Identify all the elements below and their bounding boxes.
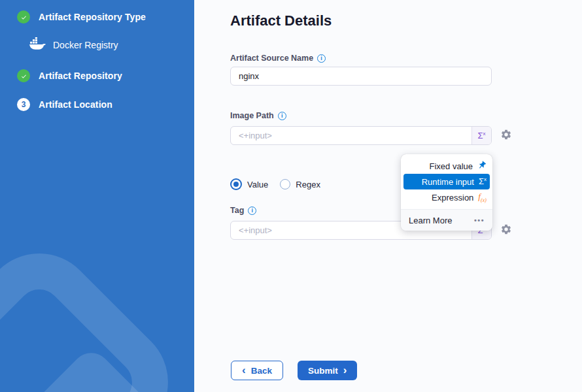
label-text: Image Path (230, 111, 274, 120)
radio-unselected-icon (280, 179, 290, 189)
menu-item-expression[interactable]: Expression f(x) (401, 189, 492, 205)
artifact-wizard-screen: Artifact Repository Type Docker Registry (0, 0, 582, 392)
substep-label: Docker Registry (53, 40, 118, 50)
image-path-input-group: Σx (230, 126, 492, 145)
sigma-icon: Σx (477, 131, 485, 140)
back-button[interactable]: ‹ Back (231, 361, 283, 380)
radio-selected-icon (231, 180, 241, 189)
page-title: Artifact Details (230, 12, 332, 29)
info-icon[interactable]: i (248, 206, 256, 215)
image-path-label: Image Path i (230, 111, 286, 120)
radio-option-regex[interactable]: Regex (280, 179, 320, 189)
radio-label: Value (247, 180, 268, 189)
radio-option-value[interactable]: Value (230, 178, 268, 190)
sidebar-step-artifact-repository[interactable]: Artifact Repository (17, 69, 122, 82)
tag-settings-gear-icon[interactable] (500, 223, 513, 237)
check-circle-icon (17, 69, 30, 82)
chevron-right-icon: › (343, 365, 347, 376)
sidebar-substep-docker-registry[interactable]: Docker Registry (29, 37, 118, 53)
menu-item-label: Fixed value (430, 161, 473, 171)
info-icon[interactable]: i (278, 112, 286, 120)
sidebar-step-artifact-location[interactable]: 3 Artifact Location (17, 98, 112, 111)
step-label: Artifact Location (39, 99, 112, 110)
step-number-badge: 3 (17, 98, 30, 111)
wizard-sidebar: Artifact Repository Type Docker Registry (0, 0, 194, 392)
radio-label: Regex (296, 180, 320, 189)
chevron-left-icon: ‹ (242, 365, 246, 376)
menu-item-label: Expression (432, 193, 473, 203)
submit-button[interactable]: Submit › (298, 361, 357, 380)
check-circle-icon (17, 10, 30, 24)
input-type-dropdown-menu: Fixed value Runtime input Σx Expression … (401, 154, 492, 231)
fx-icon: f(x) (478, 192, 487, 203)
image-path-input[interactable] (230, 126, 492, 145)
menu-item-runtime-input[interactable]: Runtime input Σx (403, 174, 490, 189)
info-icon[interactable]: i (317, 54, 326, 63)
ellipsis-icon: ••• (474, 216, 485, 224)
step-label: Artifact Repository (39, 71, 122, 81)
artifact-source-name-label: Artifact Source Name i (230, 54, 326, 63)
menu-item-label: Runtime input (422, 177, 474, 187)
menu-item-fixed-value[interactable]: Fixed value (401, 158, 492, 174)
artifact-source-name-input[interactable] (230, 67, 492, 86)
docker-icon (29, 37, 46, 53)
step-label: Artifact Repository Type (39, 12, 146, 22)
sidebar-step-artifact-repository-type[interactable]: Artifact Repository Type (17, 10, 146, 24)
sigma-icon: Σx (479, 177, 487, 186)
image-path-input-type-button[interactable]: Σx (471, 127, 491, 144)
submit-button-label: Submit (308, 366, 338, 376)
label-text: Tag (230, 206, 244, 215)
pin-icon (477, 161, 487, 172)
tag-type-radio-group: Value Regex (230, 178, 320, 190)
menu-item-learn-more[interactable]: Learn More ••• (401, 209, 492, 231)
image-path-settings-gear-icon[interactable] (500, 129, 513, 142)
back-button-label: Back (251, 366, 272, 376)
dropdown-items: Fixed value Runtime input Σx Expression … (401, 154, 492, 209)
tag-label: Tag i (230, 206, 256, 215)
learn-more-label: Learn More (409, 216, 452, 225)
label-text: Artifact Source Name (230, 54, 313, 63)
